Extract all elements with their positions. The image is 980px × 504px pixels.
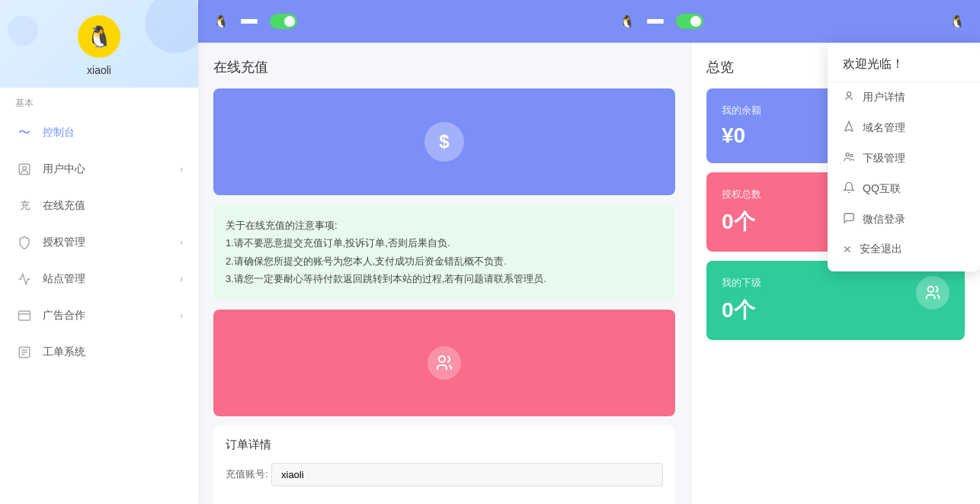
logout-icon: ✕ xyxy=(843,243,852,255)
topnav-user-avatar[interactable]: 🐧 xyxy=(950,14,965,29)
dashboard-icon: 〜 xyxy=(15,124,34,142)
svg-point-1 xyxy=(23,166,27,170)
sidebar-label-tickets: 工单系统 xyxy=(43,345,85,359)
sidebar-item-site[interactable]: 站点管理 › xyxy=(0,261,198,297)
chevron-icon-user-center: › xyxy=(180,164,183,175)
auth-count-label: 授权总数 xyxy=(722,188,761,201)
hamburger-left[interactable] xyxy=(241,19,258,24)
chevron-icon-ads: › xyxy=(180,310,183,321)
auth-icon xyxy=(15,233,34,252)
topnav-left-avatar[interactable]: 🐧 xyxy=(213,14,229,29)
sidebar-header: 🐧 xiaoli xyxy=(0,0,198,88)
sidebar-section-basic: 基本 xyxy=(0,88,198,114)
sidebar-avatar: 🐧 xyxy=(78,15,120,58)
sidebar-label-user-center: 用户中心 xyxy=(43,162,85,176)
chevron-icon-auth: › xyxy=(180,237,183,248)
site-icon xyxy=(15,270,34,288)
topnav-left: 🐧 xyxy=(198,0,604,43)
order-card: 订单详情 充值账号: xyxy=(213,425,675,504)
left-panel: 在线充值 $ 关于在线充值的注意事项: 1.请不要恶意提交充值订单,投诉订单,否… xyxy=(198,43,690,504)
svg-point-10 xyxy=(850,154,853,156)
toggle-right[interactable] xyxy=(676,14,703,29)
recharge-icon: 充 xyxy=(15,197,34,215)
dropdown-item-user-detail[interactable]: 用户详情 xyxy=(828,82,980,113)
svg-point-11 xyxy=(439,356,445,362)
dropdown-label-wechat: 微信登录 xyxy=(863,213,905,226)
tickets-icon xyxy=(15,343,34,361)
svg-point-9 xyxy=(846,153,849,156)
svg-point-8 xyxy=(847,92,850,96)
sidebar-item-recharge[interactable]: 充 在线充值 xyxy=(0,188,198,224)
topnav-right-avatar[interactable]: 🐧 xyxy=(620,14,635,29)
left-panel-title: 在线充值 xyxy=(213,58,675,76)
dropdown-label-domain: 域名管理 xyxy=(863,121,905,135)
order-account-input[interactable] xyxy=(271,463,663,486)
svg-rect-2 xyxy=(19,311,30,320)
order-account-label: 充值账号: xyxy=(226,467,271,481)
main-area: 🐧 🐧 🐧 欢迎光临！ 用户详情 xyxy=(198,0,980,504)
chevron-icon-site: › xyxy=(180,274,183,284)
dropdown-item-logout[interactable]: ✕ 安全退出 xyxy=(828,235,980,264)
sidebar-item-tickets[interactable]: 工单系统 xyxy=(0,334,198,371)
user-detail-icon xyxy=(843,90,855,105)
user-dropdown-menu: 欢迎光临！ 用户详情 域名管理 下级管理 xyxy=(828,43,980,271)
sidebar-item-dashboard[interactable]: 〜 控制台 xyxy=(0,114,198,151)
balance-value: ¥0 xyxy=(722,124,761,148)
sidebar-item-user-center[interactable]: 用户中心 › xyxy=(0,151,198,188)
dropdown-label-sub-manage: 下级管理 xyxy=(863,152,905,165)
dropdown-welcome: 欢迎光临！ xyxy=(828,50,980,82)
sidebar-label-auth: 授权管理 xyxy=(43,236,85,249)
sidebar-label-site: 站点管理 xyxy=(43,272,85,286)
auth-count-value: 0个 xyxy=(722,207,761,236)
qq-icon xyxy=(843,181,855,197)
pink-card-icon xyxy=(428,346,461,380)
dollar-icon: $ xyxy=(424,122,464,162)
order-account-row: 充值账号: xyxy=(226,463,663,486)
notice-box: 关于在线充值的注意事项: 1.请不要恶意提交充值订单,投诉订单,否则后果自负. … xyxy=(213,204,675,300)
sidebar-label-recharge: 在线充值 xyxy=(43,199,85,213)
svg-point-13 xyxy=(928,287,934,292)
dropdown-item-qq[interactable]: QQ互联 xyxy=(828,174,980,204)
sidebar-label-dashboard: 控制台 xyxy=(43,126,75,140)
user-center-icon xyxy=(15,160,34,178)
domain-icon xyxy=(843,120,855,136)
sidebar-item-auth[interactable]: 授权管理 › xyxy=(0,224,198,261)
dropdown-label-qq: QQ互联 xyxy=(863,182,901,196)
dropdown-label-user-detail: 用户详情 xyxy=(863,91,905,104)
sidebar-username: xiaoli xyxy=(87,64,111,76)
dropdown-item-sub-manage[interactable]: 下级管理 xyxy=(828,143,980,174)
hamburger-right[interactable] xyxy=(647,19,664,24)
sub-manage-icon xyxy=(843,151,855,166)
notice-text: 关于在线充值的注意事项: 1.请不要恶意提交充值订单,投诉订单,否则后果自负. … xyxy=(226,217,663,288)
sidebar-label-ads: 广告合作 xyxy=(43,309,85,323)
toggle-left[interactable] xyxy=(270,14,297,29)
recharge-pink-card xyxy=(213,310,675,416)
topnav-right: 🐧 🐧 欢迎光临！ 用户详情 xyxy=(604,0,980,43)
top-section: 🐧 🐧 🐧 欢迎光临！ 用户详情 xyxy=(198,0,980,43)
subordinates-label: 我的下级 xyxy=(722,276,761,290)
balance-label: 我的余额 xyxy=(722,104,761,117)
dropdown-label-logout: 安全退出 xyxy=(860,242,902,256)
recharge-purple-card: $ xyxy=(213,88,675,195)
dropdown-item-wechat[interactable]: 微信登录 xyxy=(828,204,980,235)
subordinates-card: 我的下级 0个 xyxy=(706,261,965,340)
wechat-icon xyxy=(843,212,855,227)
ads-icon xyxy=(15,307,34,325)
sidebar: 🐧 xiaoli 基本 〜 控制台 用户中心 › 充 在线充值 授权管理 › 站… xyxy=(0,0,198,504)
sidebar-item-ads[interactable]: 广告合作 › xyxy=(0,297,198,334)
subordinates-icon xyxy=(916,276,950,310)
dropdown-item-domain[interactable]: 域名管理 xyxy=(828,113,980,143)
subordinates-value: 0个 xyxy=(722,296,761,325)
order-card-title: 订单详情 xyxy=(226,438,663,452)
